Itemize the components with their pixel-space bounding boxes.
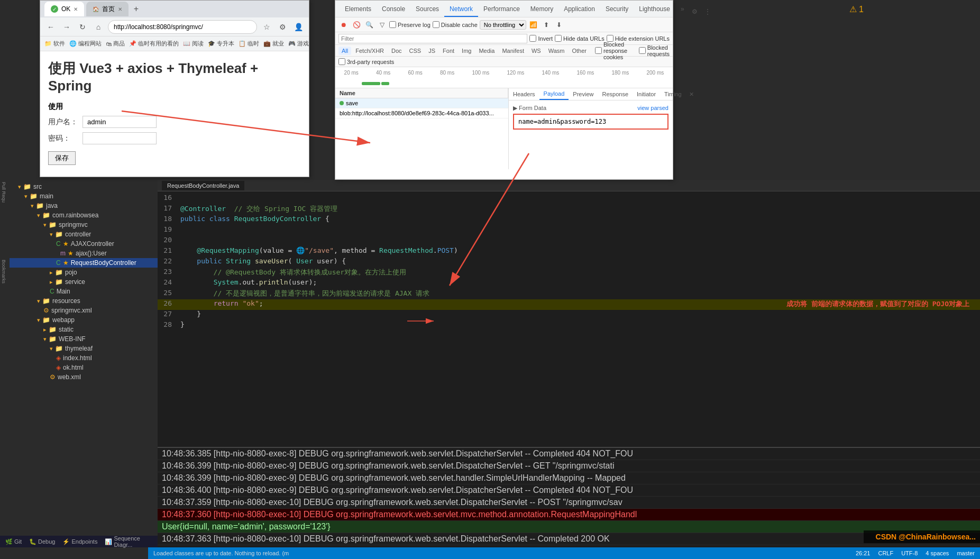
tree-main-java[interactable]: C Main — [10, 287, 158, 296]
bookmark-star-button[interactable]: ☆ — [260, 21, 273, 33]
pull-requ-icon[interactable]: Pull Requ — [0, 180, 7, 205]
status-branch[interactable]: master — [957, 550, 975, 556]
filter-media[interactable]: Media — [475, 47, 498, 55]
filter-all[interactable]: All — [338, 47, 351, 55]
editor-file-tab[interactable]: RequestBodyController.java — [162, 181, 244, 190]
nav-home-button[interactable]: ⌂ — [92, 21, 105, 33]
tree-webapp[interactable]: ▾ 📁 webapp — [10, 315, 158, 325]
payload-tab-headers[interactable]: Headers — [509, 89, 539, 99]
tree-static[interactable]: ▸ 📁 static — [10, 325, 158, 334]
payload-tab-response[interactable]: Response — [598, 89, 633, 99]
bookmark-linshi2[interactable]: 📋 临时 — [239, 40, 259, 48]
tree-ajax-controller[interactable]: C ★ AJAXController — [10, 239, 158, 249]
tab-lighthouse[interactable]: Lighthouse — [634, 2, 675, 17]
status-spaces[interactable]: 4 spaces — [926, 550, 949, 556]
hide-data-urls-checkbox[interactable] — [555, 35, 562, 42]
tab-ok-close[interactable]: ✕ — [74, 6, 78, 12]
filter-css[interactable]: CSS — [406, 47, 425, 55]
tree-springmvc[interactable]: ▾ 📁 springmvc — [10, 220, 158, 230]
tree-thymeleaf[interactable]: ▾ 📁 thymeleaf — [10, 344, 158, 353]
download-icon[interactable]: ⬇ — [554, 20, 564, 30]
bookmarks-sidebar-icon[interactable]: Bookmarks — [0, 258, 7, 286]
bookmark-biancheng[interactable]: 🌐 编程网站 — [69, 40, 102, 48]
new-tab-button[interactable]: + — [131, 4, 141, 14]
bookmark-yuedu[interactable]: 📖 阅读 — [183, 40, 204, 48]
payload-tab-initiator[interactable]: Initiator — [633, 89, 660, 99]
invert-checkbox[interactable] — [529, 35, 536, 42]
tree-requestbody-controller[interactable]: C ★ RequestBodyController — [10, 258, 158, 268]
filter-other[interactable]: Other — [569, 47, 590, 55]
tree-web-xml[interactable]: ⚙ web.xml — [10, 372, 158, 382]
record-button[interactable]: ⏺ — [338, 20, 349, 30]
filter-font[interactable]: Font — [439, 47, 457, 55]
bookmark-ruanjian[interactable]: 📁 软件 — [44, 40, 65, 48]
blocked-cookies-checkbox[interactable] — [595, 47, 602, 54]
bottom-tab-git[interactable]: 🌿 Git — [2, 537, 25, 546]
bottom-tab-debug[interactable]: 🐛 Debug — [26, 537, 58, 546]
tree-controller[interactable]: ▾ 📁 controller — [10, 230, 158, 239]
filter-fetchxhr[interactable]: Fetch/XHR — [352, 47, 387, 55]
view-parsed-link[interactable]: view parsed — [637, 105, 668, 112]
clear-button[interactable]: 🚫 — [351, 20, 362, 30]
upload-icon[interactable]: ⬆ — [541, 20, 552, 30]
filter-doc[interactable]: Doc — [388, 47, 405, 55]
payload-tab-timing[interactable]: Timing — [660, 89, 686, 99]
tab-application[interactable]: Application — [558, 2, 600, 17]
payload-close-button[interactable]: ✕ — [686, 89, 697, 100]
extensions-button[interactable]: ⚙ — [276, 21, 289, 33]
network-filter-input[interactable] — [338, 34, 527, 43]
tab-security[interactable]: Security — [600, 2, 634, 17]
username-input[interactable] — [83, 116, 157, 128]
payload-tab-payload[interactable]: Payload — [539, 88, 569, 100]
filter-ws[interactable]: WS — [528, 47, 544, 55]
bookmark-jiuye[interactable]: 💼 就业 — [263, 40, 284, 48]
status-crlf[interactable]: CRLF — [878, 550, 893, 556]
browser-tab-home[interactable]: 🏠 首页 ✕ — [86, 2, 129, 16]
more-options-icon[interactable]: ⋮ — [702, 6, 713, 17]
tree-webinf[interactable]: ▾ 📁 WEB-INF — [10, 334, 158, 344]
filter-img[interactable]: Img — [459, 47, 474, 55]
bookmark-linshi[interactable]: 📌 临时有用的看的 — [129, 40, 179, 48]
status-line-col[interactable]: 26:21 — [856, 550, 871, 556]
filter-wasm[interactable]: Wasm — [545, 47, 568, 55]
tree-main[interactable]: ▾ 📁 main — [10, 191, 158, 201]
browser-tab-ok[interactable]: ✓ OK ✕ — [44, 2, 84, 16]
nav-back-button[interactable]: ← — [44, 21, 57, 33]
tab-more[interactable]: » — [675, 2, 690, 17]
preserve-log-checkbox[interactable] — [389, 21, 396, 28]
filter-manifest[interactable]: Manifest — [499, 47, 527, 55]
save-form-button[interactable]: 保存 — [48, 151, 76, 165]
bottom-tab-sequence[interactable]: 📊 Sequence Diagr... — [102, 534, 155, 549]
tree-src[interactable]: ▾ 📁 src — [10, 182, 158, 191]
tab-home-close[interactable]: ✕ — [118, 6, 122, 12]
nav-refresh-button[interactable]: ↻ — [76, 21, 89, 33]
status-charset[interactable]: UTF-8 — [901, 550, 918, 556]
nav-forward-button[interactable]: → — [60, 21, 73, 33]
tab-elements[interactable]: Elements — [340, 2, 377, 17]
tree-ajax-user[interactable]: m ★ ajax():User — [10, 249, 158, 258]
network-row-blob[interactable]: blob:http://localhost:8080/d0e8ef69-283c… — [335, 108, 508, 118]
tab-console[interactable]: Console — [377, 2, 410, 17]
profile-button[interactable]: 👤 — [292, 21, 305, 33]
tree-pojo[interactable]: ▸ 📁 pojo — [10, 268, 158, 277]
address-bar-input[interactable] — [108, 20, 257, 34]
tree-index-html[interactable]: ◈ index.html — [10, 353, 158, 363]
tree-springmvc-xml[interactable]: ⚙ springmvc.xml — [10, 306, 158, 315]
tab-performance[interactable]: Performance — [478, 2, 525, 17]
tree-com-rainbowsea[interactable]: ▾ 📁 com.rainbowsea — [10, 210, 158, 220]
bookmark-shangpin[interactable]: 🛍 商品 — [106, 40, 125, 48]
disable-cache-checkbox[interactable] — [433, 21, 439, 28]
throttling-select[interactable]: No throttling — [480, 20, 526, 30]
wifi-icon[interactable]: 📶 — [528, 20, 539, 30]
bookmark-zhuan[interactable]: 🎓 专升本 — [208, 40, 234, 48]
password-input[interactable] — [83, 132, 157, 144]
tab-memory[interactable]: Memory — [525, 2, 558, 17]
tree-java[interactable]: ▾ 📁 java — [10, 201, 158, 210]
third-party-checkbox[interactable] — [338, 58, 345, 65]
filter-icon-button[interactable]: 🔍 — [364, 20, 374, 30]
filter-toggle-button[interactable]: ▽ — [377, 20, 387, 30]
bottom-tab-endpoints[interactable]: ⚡ Endpoints — [59, 537, 100, 546]
settings-icon[interactable]: ⚙ — [690, 6, 700, 17]
tree-resources[interactable]: ▾ 📁 resources — [10, 296, 158, 306]
payload-tab-preview[interactable]: Preview — [569, 89, 598, 99]
